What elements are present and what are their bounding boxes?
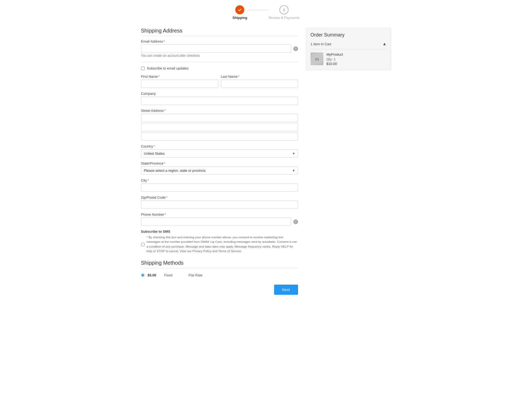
shipping-method-row: $5.00 Fixed Flat Rate	[141, 271, 298, 279]
shipping-method-radio[interactable]	[141, 273, 145, 277]
zip-label: Zip/Postal Code*	[141, 195, 298, 199]
sms-title: Subscribe to SMS	[141, 230, 298, 234]
last-name-input[interactable]	[221, 80, 298, 88]
email-hint: You can create an account after checkout…	[141, 54, 298, 58]
street-address-label: Street Address*	[141, 109, 298, 113]
product-info: MyProduct Qty: 1 $10.00	[327, 52, 343, 66]
city-field-group: City*	[141, 178, 298, 192]
state-label: State/Province*	[141, 161, 298, 165]
phone-field-group: Phone Number* ?	[141, 212, 298, 226]
product-price: $10.00	[327, 62, 343, 66]
city-label: City*	[141, 178, 298, 182]
company-label: Company	[141, 92, 298, 96]
street-fields	[141, 114, 298, 141]
step-2-circle: 2	[279, 5, 288, 14]
email-label: Email Address*	[141, 39, 298, 43]
svg-text:m: m	[315, 56, 319, 62]
order-summary-title: Order Summary	[311, 32, 345, 38]
progress-steps: Shipping 2 Review & Payments	[141, 5, 391, 20]
email-field-group: Email Address* ? You can create an accou…	[141, 39, 298, 58]
email-help-icon[interactable]: ?	[293, 46, 298, 51]
company-field-group: Company	[141, 92, 298, 105]
shipping-price: $5.00	[148, 273, 161, 277]
sms-consent-text: * By checking this box and entering your…	[147, 235, 298, 253]
form-section: Shipping Address Email Address* ? You ca…	[141, 28, 298, 295]
company-input[interactable]	[141, 97, 298, 105]
subscribe-email-row: Subscribe to email updates	[141, 66, 298, 70]
step-line	[247, 10, 269, 10]
step-1-circle	[235, 5, 244, 14]
product-qty: Qty: 1	[327, 57, 343, 61]
shipping-type: Flat Rate	[189, 273, 203, 277]
state-select-wrapper: Please select a region, state or provinc…	[141, 166, 298, 175]
country-field-group: Country* United States ▼	[141, 144, 298, 158]
sms-section: Subscribe to SMS * By checking this box …	[141, 230, 298, 253]
step-1: Shipping	[233, 5, 248, 20]
sms-checkbox[interactable]	[141, 243, 145, 246]
next-button-row: Next	[141, 285, 298, 295]
street-address-line2[interactable]	[141, 123, 298, 131]
subscribe-email-label: Subscribe to email updates	[147, 66, 189, 70]
product-row: m MyProduct Qty: 1 $10.00	[311, 52, 387, 66]
step-1-label: Shipping	[233, 16, 248, 20]
order-summary-box: Order Summary 1 Item in Cart ▲ m	[306, 28, 391, 70]
first-name-input[interactable]	[141, 80, 218, 88]
first-name-group: First Name*	[141, 75, 218, 88]
zip-input[interactable]	[141, 200, 298, 209]
shipping-name: Fixed	[164, 273, 185, 277]
next-button[interactable]: Next	[274, 285, 298, 295]
state-select[interactable]: Please select a region, state or provinc…	[141, 166, 298, 175]
sms-consent-row: * By checking this box and entering your…	[141, 235, 298, 253]
country-label: Country*	[141, 144, 298, 148]
email-input-row: ?	[141, 44, 298, 53]
phone-input[interactable]	[141, 218, 291, 226]
last-name-label: Last Name*	[221, 75, 298, 79]
product-thumb-inner: m	[311, 52, 323, 65]
last-name-group: Last Name*	[221, 75, 298, 88]
subscribe-email-checkbox[interactable]	[141, 67, 145, 70]
collapse-icon[interactable]: ▲	[382, 42, 387, 46]
page-title: Shipping Address	[141, 28, 298, 36]
step-2-number: 2	[283, 8, 285, 12]
email-input[interactable]	[141, 44, 291, 53]
phone-input-row: ?	[141, 218, 298, 226]
country-select[interactable]: United States	[141, 149, 298, 158]
divider-1	[141, 62, 298, 62]
country-select-wrapper: United States ▼	[141, 149, 298, 158]
first-name-label: First Name*	[141, 75, 218, 79]
city-input[interactable]	[141, 183, 298, 192]
product-thumbnail: m	[311, 52, 323, 65]
phone-help-icon[interactable]: ?	[293, 219, 298, 224]
street-address-line3[interactable]	[141, 132, 298, 141]
street-address-group: Street Address*	[141, 109, 298, 141]
step-2-label: Review & Payments	[269, 16, 299, 20]
state-field-group: State/Province* Please select a region, …	[141, 161, 298, 175]
street-address-line1[interactable]	[141, 114, 298, 122]
email-required: *	[164, 39, 165, 43]
order-summary-header: Order Summary	[311, 32, 387, 38]
sidebar-section: Order Summary 1 Item in Cart ▲ m	[306, 28, 391, 70]
name-row: First Name* Last Name*	[141, 75, 298, 92]
shipping-methods-title: Shipping Methods	[141, 260, 298, 268]
product-name: MyProduct	[327, 52, 343, 56]
phone-label: Phone Number*	[141, 212, 298, 216]
order-items-label: 1 Item in Cart ▲	[311, 42, 387, 49]
step-2: 2 Review & Payments	[269, 5, 299, 20]
zip-field-group: Zip/Postal Code*	[141, 195, 298, 209]
